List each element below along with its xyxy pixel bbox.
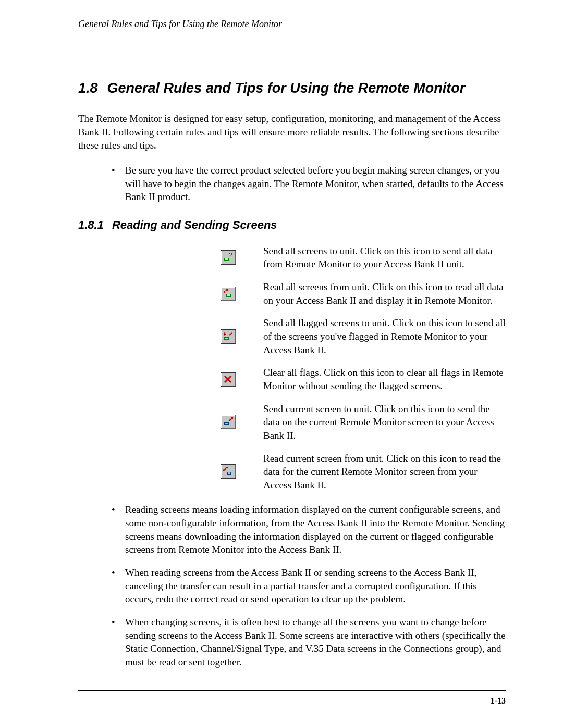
svg-rect-2 bbox=[229, 253, 230, 254]
icon-description: Read all screens from unit. Click on thi… bbox=[263, 280, 506, 307]
icon-description: Send all flagged screens to unit. Click … bbox=[263, 316, 506, 356]
svg-rect-15 bbox=[228, 472, 230, 474]
post-bullet-list: Reading screens means loading informatio… bbox=[109, 503, 506, 669]
subsection-title: Reading and Sending Screens bbox=[112, 218, 277, 232]
clear-all-flags-icon bbox=[221, 372, 236, 387]
page-number: 1-13 bbox=[491, 696, 506, 705]
pre-bullet-list: Be sure you have the correct product sel… bbox=[109, 164, 506, 204]
send-flagged-screens-icon bbox=[221, 329, 236, 344]
icon-description: Send all screens to unit. Click on this … bbox=[263, 244, 506, 271]
icon-cell bbox=[193, 452, 263, 492]
table-row: Send all screens to unit. Click on this … bbox=[193, 244, 506, 271]
icon-cell bbox=[193, 402, 263, 442]
send-current-screen-icon bbox=[221, 415, 236, 429]
section-intro: The Remote Monitor is designed for easy … bbox=[78, 112, 506, 152]
subsection-heading: 1.8.1 Reading and Sending Screens bbox=[78, 218, 506, 232]
icon-cell bbox=[193, 316, 263, 356]
svg-rect-1 bbox=[225, 258, 228, 260]
icon-description: Clear all flags. Click on this icon to c… bbox=[263, 366, 506, 392]
svg-rect-7 bbox=[225, 338, 228, 339]
subsection-number: 1.8.1 bbox=[78, 218, 104, 232]
svg-marker-8 bbox=[224, 332, 226, 336]
list-item: Be sure you have the correct product sel… bbox=[109, 164, 506, 204]
document-page: General Rules and Tips for Using the Rem… bbox=[0, 0, 563, 728]
icon-cell bbox=[193, 244, 263, 271]
section-number: 1.8 bbox=[78, 80, 98, 96]
table-row: Read all screens from unit. Click on thi… bbox=[193, 280, 506, 307]
page-footer: 1-13 bbox=[78, 690, 506, 706]
icon-cell bbox=[193, 366, 263, 392]
read-current-screen-icon bbox=[221, 464, 236, 479]
list-item: When reading screens from the Access Ban… bbox=[109, 566, 506, 606]
table-row: Clear all flags. Click on this icon to c… bbox=[193, 366, 506, 392]
svg-rect-5 bbox=[226, 289, 228, 291]
send-all-screens-icon bbox=[221, 250, 236, 265]
icon-description-table: Send all screens to unit. Click on this … bbox=[193, 244, 506, 492]
section-heading: 1.8 General Rules and Tips for Using the… bbox=[78, 80, 506, 96]
section-title: General Rules and Tips for Using the Rem… bbox=[107, 80, 466, 96]
table-row: Send all flagged screens to unit. Click … bbox=[193, 316, 506, 356]
svg-rect-12 bbox=[225, 423, 228, 424]
table-row: Read current screen from unit. Click on … bbox=[193, 452, 506, 492]
svg-rect-4 bbox=[227, 294, 230, 296]
read-all-screens-icon bbox=[221, 287, 236, 301]
icon-description: Read current screen from unit. Click on … bbox=[263, 452, 506, 492]
icon-description: Send current screen to unit. Click on th… bbox=[263, 402, 506, 442]
list-item: Reading screens means loading informatio… bbox=[109, 503, 506, 557]
list-item: When changing screens, it is often best … bbox=[109, 615, 506, 669]
icon-cell bbox=[193, 280, 263, 307]
table-row: Send current screen to unit. Click on th… bbox=[193, 402, 506, 442]
running-header: General Rules and Tips for Using the Rem… bbox=[78, 19, 506, 33]
svg-rect-17 bbox=[226, 467, 228, 468]
